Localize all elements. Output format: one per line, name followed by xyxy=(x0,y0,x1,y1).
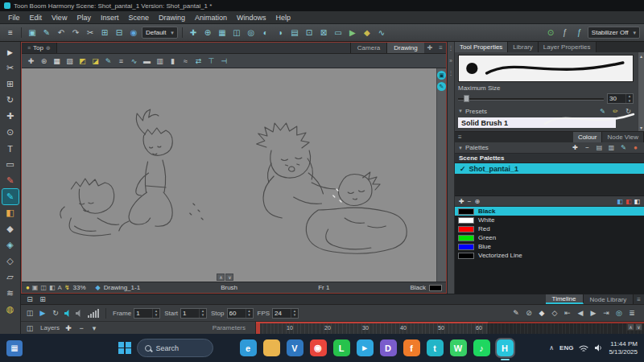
pencil-tool-icon[interactable]: ✎ xyxy=(2,173,19,188)
show-grid-icon[interactable]: ▦ xyxy=(216,27,229,39)
tool-properties-scrollbar[interactable]: ▴ ▾ xyxy=(638,52,644,131)
tray-chevron-up-icon[interactable]: ∧ xyxy=(549,344,554,352)
add-view-icon[interactable]: ✚ xyxy=(424,43,436,53)
camera-mask-icon[interactable]: ⊠ xyxy=(317,27,330,39)
wave-icon[interactable]: ≈ xyxy=(180,55,192,67)
layer-menu-icon[interactable]: ▾ xyxy=(89,323,100,334)
show-layers-icon[interactable]: ◫ xyxy=(24,323,35,334)
spinner[interactable]: ▴ ▾ xyxy=(246,309,253,318)
canvas-vertical-scrollbar[interactable]: ▣ ✎ xyxy=(436,68,446,282)
volume-slider[interactable] xyxy=(88,308,99,318)
camera-view-icon[interactable]: ▣ xyxy=(26,27,39,39)
flip-icon[interactable]: ⇄ xyxy=(192,55,204,67)
layer-view-icon[interactable]: ◫ xyxy=(40,284,47,291)
view-menu-icon[interactable]: ≡ xyxy=(436,43,446,53)
spin-down-icon[interactable]: ▾ xyxy=(200,313,206,318)
play-icon[interactable]: ▶ xyxy=(346,27,359,39)
tab-layer-properties[interactable]: Layer Properties xyxy=(539,42,597,52)
spin-down-icon[interactable]: ▾ xyxy=(246,313,253,318)
ruler-up-icon[interactable]: ∧ xyxy=(627,323,634,331)
frame-ruler[interactable]: 102030405060 ∧ ∨ xyxy=(256,322,644,334)
frame-field[interactable]: ▴ ▾ xyxy=(134,308,160,319)
language-indicator[interactable]: ENG xyxy=(559,344,573,352)
triangle-down-icon[interactable]: ▼ xyxy=(458,146,463,150)
palette-folder-icon[interactable]: ▤ xyxy=(594,143,605,153)
stroke-icon[interactable]: ▬ xyxy=(141,55,153,67)
edit-palette-icon[interactable]: ✎ xyxy=(618,143,629,153)
next-frame-icon[interactable]: ▶ xyxy=(588,307,599,319)
Blue[interactable]: Blue xyxy=(455,242,644,251)
spin-down-icon[interactable]: ▾ xyxy=(291,313,298,318)
current-colour-chip[interactable] xyxy=(429,285,442,291)
no-colour-icon[interactable]: ◧ xyxy=(634,198,640,205)
Red[interactable]: Red xyxy=(455,224,644,233)
menu-item[interactable]: Help xyxy=(271,13,296,23)
sound-icon[interactable] xyxy=(64,309,72,318)
start-field[interactable]: ▴ ▾ xyxy=(180,308,207,319)
curve-icon[interactable]: ∿ xyxy=(375,27,388,39)
fps-input[interactable] xyxy=(273,309,291,318)
light-table-status-icon[interactable]: ● xyxy=(26,284,30,291)
menu-item[interactable]: Play xyxy=(72,13,96,23)
copy-icon[interactable]: ⊞ xyxy=(98,27,111,39)
align-side-icon[interactable]: ⊣ xyxy=(218,55,230,67)
edit-colour-icon[interactable]: ⊕ xyxy=(474,198,480,205)
sound-settings-icon[interactable]: ≣ xyxy=(626,307,638,319)
tab-camera[interactable]: Camera xyxy=(350,43,386,53)
ink-tool-icon[interactable]: ◆ xyxy=(2,221,19,237)
show-data-view-icon[interactable]: ◫ xyxy=(24,307,35,319)
maximum-size-input[interactable] xyxy=(608,94,625,103)
menu-item[interactable]: Animation xyxy=(190,13,232,23)
letter-icon[interactable]: A xyxy=(58,284,62,291)
paint-app-icon[interactable]: t xyxy=(427,339,444,356)
light-table-icon[interactable]: ◫ xyxy=(230,27,243,39)
menu-item[interactable]: Scene xyxy=(123,13,154,23)
tab-tool-properties[interactable]: Tool Properties xyxy=(455,42,508,52)
remove-layer-icon[interactable]: − xyxy=(76,323,87,334)
first-frame-icon[interactable]: ⇤ xyxy=(562,307,573,319)
draw-behind-icon[interactable]: ✎ xyxy=(102,55,114,67)
pan-tool-icon[interactable]: ✚ xyxy=(25,55,37,67)
stop-field[interactable]: ▴ ▾ xyxy=(227,308,254,319)
perspective-tool-icon[interactable]: ▱ xyxy=(2,269,19,285)
whatsapp-icon[interactable]: W xyxy=(450,339,467,356)
colour-eyedropper-icon[interactable]: ◈ xyxy=(2,237,19,253)
vscode-icon[interactable]: V xyxy=(287,339,303,356)
panel-menu-icon[interactable]: ≡ xyxy=(455,132,465,142)
onion-skin-icon[interactable]: ◎ xyxy=(245,27,258,39)
spinner[interactable]: ▴ ▾ xyxy=(625,94,633,103)
harmony-icon[interactable]: H xyxy=(497,339,514,356)
triangle-down-icon[interactable]: ▼ xyxy=(458,109,463,113)
auto-flatten-icon[interactable]: ≡ xyxy=(115,55,127,67)
spin-down-icon[interactable]: ▾ xyxy=(626,99,633,104)
function-icon[interactable]: ƒ xyxy=(573,27,586,39)
prev-frame-icon[interactable]: ◀ xyxy=(575,307,586,319)
paste-icon[interactable]: ⊟ xyxy=(113,27,126,39)
collapse-icon[interactable]: » xyxy=(449,58,452,64)
telegram-icon[interactable]: ▸ xyxy=(357,339,374,356)
brush-presets-icon[interactable]: ✎ xyxy=(597,106,608,116)
spinner[interactable]: ▴ ▾ xyxy=(291,309,298,318)
collapse-all-icon[interactable]: ⊟ xyxy=(24,294,35,305)
add-palette-icon[interactable]: ✚ xyxy=(570,143,580,153)
plugin-icon[interactable]: ⊙ xyxy=(544,27,557,39)
maximum-size-slider[interactable] xyxy=(458,94,604,103)
brush-preset-icon[interactable]: ◉ xyxy=(127,27,140,39)
menu-item[interactable]: Insert xyxy=(96,13,124,23)
tab-node-library[interactable]: Node Library xyxy=(584,294,634,304)
undo-icon[interactable]: ↶ xyxy=(55,27,68,39)
line-icon[interactable]: L xyxy=(333,339,350,356)
remove-keyframe-icon[interactable]: ◇ xyxy=(549,307,560,319)
trim-icon[interactable]: ▥ xyxy=(154,55,166,67)
slider-handle[interactable] xyxy=(464,95,469,102)
scroll-up-icon[interactable]: ▴ xyxy=(640,53,642,59)
tab-drawing[interactable]: Drawing xyxy=(386,43,423,53)
sound-scrub-icon[interactable] xyxy=(75,309,84,318)
line-smoothing-icon[interactable]: ∿ xyxy=(128,55,140,67)
Vectorized Line[interactable]: Vectorized Line xyxy=(455,251,644,260)
file-explorer-icon[interactable] xyxy=(263,339,280,356)
camera-quick-icon[interactable]: ▣ xyxy=(437,71,446,80)
spotify-icon[interactable]: ♪ xyxy=(473,339,490,356)
panel-splitter[interactable]: ⋮ » ⋮ xyxy=(448,42,455,294)
chrome-icon[interactable]: ◉ xyxy=(310,339,327,356)
